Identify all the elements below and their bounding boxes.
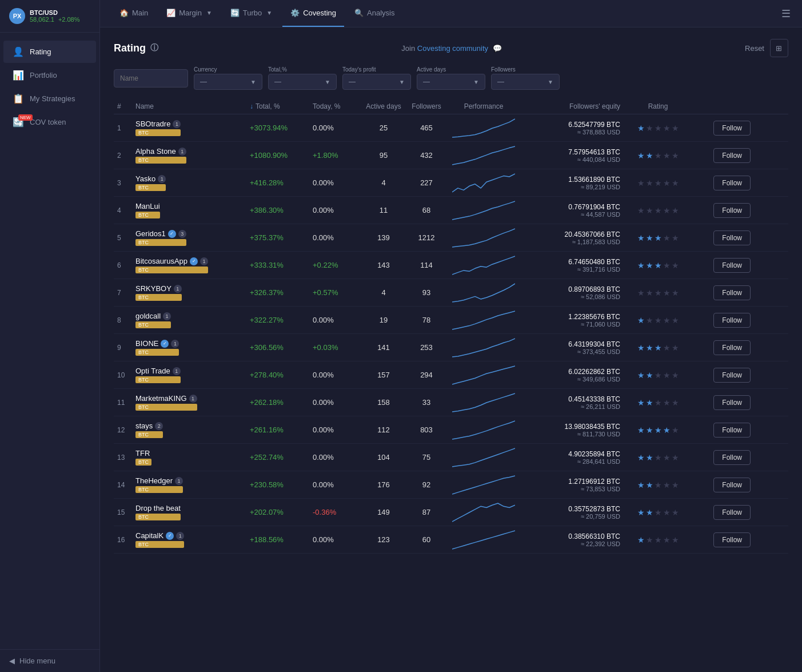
today-value: 0.00%: [313, 398, 334, 407]
nav-analysis[interactable]: 🔍 Analysis: [346, 0, 402, 27]
trader-name[interactable]: MarketmaKING: [135, 394, 187, 403]
cell-equity: 6.52547799 BTC ≈ 378,883 USD: [521, 121, 624, 136]
hide-menu-button[interactable]: ◀ Hide menu: [0, 649, 99, 672]
cell-equity: 0.89706893 BTC ≈ 52,086 USD: [521, 285, 624, 300]
follow-button[interactable]: Follow: [713, 423, 751, 438]
total-filter[interactable]: — ▼: [268, 74, 337, 90]
currency-filter-wrap: Currency — ▼: [194, 66, 262, 90]
col-name: Name: [132, 102, 246, 110]
followers-filter[interactable]: — ▼: [491, 74, 560, 90]
follow-button[interactable]: Follow: [713, 176, 751, 190]
nav-main[interactable]: 🏠 Main: [111, 0, 156, 27]
follow-button[interactable]: Follow: [713, 148, 751, 163]
col-total[interactable]: ↓ Total, %: [246, 102, 309, 110]
follow-button[interactable]: Follow: [713, 532, 751, 547]
follow-button[interactable]: Follow: [713, 258, 751, 273]
name-filter-wrap: [114, 69, 188, 88]
active-days-value: 112: [377, 426, 390, 434]
today-value: +1.80%: [313, 151, 338, 160]
follow-button[interactable]: Follow: [713, 313, 751, 328]
trader-name[interactable]: stays: [135, 422, 153, 430]
cell-name: TFR BTC: [132, 449, 246, 466]
hide-menu-label: Hide menu: [19, 657, 55, 665]
info-icon[interactable]: ⓘ: [150, 43, 158, 53]
usd-amount: ≈ 73,853 USD: [568, 486, 620, 492]
total-value: +252.74%: [250, 453, 284, 462]
cell-performance: [446, 310, 521, 331]
nav-main-label: Main: [132, 9, 148, 17]
join-link[interactable]: Covesting community: [417, 44, 488, 53]
follow-button[interactable]: Follow: [713, 395, 751, 410]
follow-button[interactable]: Follow: [713, 203, 751, 218]
active-days-filter[interactable]: — ▼: [417, 74, 485, 90]
trader-name[interactable]: ManLui: [135, 202, 160, 210]
follow-button[interactable]: Follow: [713, 340, 751, 355]
logo-area: PX BTC/USD 58,062.1 +2.08%: [0, 0, 99, 33]
cell-total: +306.56%: [246, 343, 309, 352]
cell-total: +261.16%: [246, 426, 309, 434]
trader-name[interactable]: SBOtradre: [135, 120, 170, 128]
verified-icon: ✓: [168, 230, 176, 238]
follow-button[interactable]: Follow: [713, 121, 751, 136]
rank-number: 8: [117, 316, 121, 324]
star-1: ★: [637, 261, 645, 270]
follow-button[interactable]: Follow: [713, 230, 751, 245]
join-area: Join Covesting community 💬: [401, 44, 501, 53]
trader-name[interactable]: goldcall: [135, 312, 161, 320]
sidebar-item-portfolio[interactable]: 📊 Portfolio: [3, 64, 96, 86]
trader-name[interactable]: SRKYBOY: [135, 284, 171, 293]
trader-name[interactable]: TFR: [135, 449, 150, 458]
trader-name[interactable]: BIONE: [135, 339, 158, 348]
trader-name[interactable]: BitcosaurusApp: [135, 257, 187, 265]
follow-button[interactable]: Follow: [713, 450, 751, 465]
trader-name[interactable]: Alpha Stone: [135, 147, 176, 156]
rating-icon: 👤: [13, 46, 24, 57]
col-today: Today, %: [309, 102, 361, 110]
follow-button[interactable]: Follow: [713, 505, 751, 520]
num-badge: 3: [178, 230, 186, 238]
follow-button[interactable]: Follow: [713, 368, 751, 383]
trader-name-row: SBOtradre 1: [135, 120, 181, 128]
trader-name[interactable]: CapitalK: [135, 531, 163, 540]
nav-margin[interactable]: 📈 Margin ▼: [158, 0, 220, 27]
trading-pair: BTC/USD: [30, 9, 80, 16]
nav-covesting[interactable]: ⚙️ Covesting: [282, 0, 344, 27]
sidebar-label-rating: Rating: [30, 47, 51, 56]
currency-filter[interactable]: — ▼: [194, 74, 262, 90]
cell-name: SRKYBOY 1 BTC: [132, 284, 246, 301]
filter-button[interactable]: ⊞: [770, 39, 788, 57]
trader-name[interactable]: Drop the beat: [135, 504, 181, 512]
total-filter-value: —: [274, 78, 321, 86]
trader-name[interactable]: Yasko: [135, 174, 155, 183]
nav-turbo[interactable]: 🔄 Turbo ▼: [222, 0, 280, 27]
trader-name[interactable]: Geridos1: [135, 229, 166, 238]
trader-name[interactable]: TheHedger: [135, 476, 173, 485]
rank-number: 15: [117, 508, 125, 516]
rank-number: 3: [117, 179, 121, 187]
star-2: ★: [646, 535, 653, 544]
star-2: ★: [646, 316, 653, 325]
todays-profit-filter[interactable]: — ▼: [342, 74, 411, 90]
active-days-value: 123: [377, 535, 390, 544]
follow-button[interactable]: Follow: [713, 285, 751, 300]
sidebar-item-mystrategies[interactable]: 📋 My Strategies: [3, 88, 96, 110]
name-filter-input[interactable]: [114, 69, 188, 88]
cell-followers: 87: [406, 508, 446, 516]
star-4: ★: [663, 535, 671, 544]
star-2: ★: [646, 288, 653, 297]
star-5: ★: [672, 508, 679, 517]
strategies-icon: 📋: [13, 93, 24, 104]
star-4: ★: [663, 316, 671, 325]
cell-action: Follow: [692, 313, 755, 328]
trader-name[interactable]: Opti Trade: [135, 367, 170, 375]
cell-equity: 0.45143338 BTC ≈ 26,211 USD: [521, 395, 624, 410]
sidebar-item-rating[interactable]: 👤 Rating: [3, 41, 96, 63]
currency-filter-value: —: [200, 78, 247, 86]
sidebar-item-covtoken[interactable]: NEW 🔄 COV token: [3, 111, 96, 133]
follow-button[interactable]: Follow: [713, 478, 751, 492]
reset-button[interactable]: Reset: [745, 44, 764, 53]
active-days-value: 25: [380, 124, 388, 132]
trader-name-row: goldcall 1: [135, 312, 171, 320]
usd-amount: ≈ 284,641 USD: [568, 458, 620, 465]
hamburger-menu[interactable]: ☰: [781, 7, 791, 20]
